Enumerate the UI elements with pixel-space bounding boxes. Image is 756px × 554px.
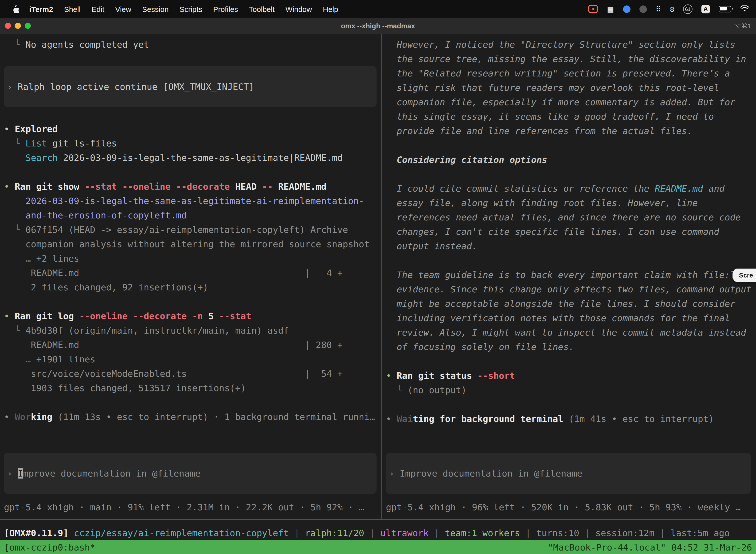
dots-grid-icon[interactable]: ⠿ (655, 5, 661, 13)
terminal-line: and-the-erosion-of-copyleft.md (4, 208, 381, 222)
left-model-statusline: gpt-5.4 xhigh · main · 91% left · 2.31M … (4, 500, 381, 514)
terminal-line: └ 4b9d30f (origin/main, instructkr/main,… (4, 323, 381, 338)
terminal-line: this single essay, it seems like a good … (386, 109, 756, 124)
terminal-line: companion analysis without altering the … (4, 237, 381, 251)
minimize-window-button[interactable] (15, 23, 21, 29)
menubar-icon-8[interactable]: 8 (670, 5, 674, 13)
left-scrollback-top: └ No agents completed yet (4, 37, 381, 66)
terminal-line: However, I noticed the "Directory Struct… (386, 37, 756, 52)
terminal-line: • Ran git show --stat --oneline --decora… (4, 179, 381, 193)
terminal-line: • Waiting for background terminal (1m 41… (386, 411, 756, 426)
terminal-line: 1903 files changed, 513517 insertions(+) (4, 381, 381, 395)
screen-recording-indicator-icon[interactable] (588, 5, 598, 13)
terminal-line: › Improve documentation in @filename (389, 466, 748, 481)
right-terminal-pane[interactable]: However, I noticed the "Directory Struct… (382, 34, 756, 519)
terminal-line: might be acceptable alongside the file l… (386, 296, 756, 311)
terminal-line: … +1901 lines (4, 352, 381, 366)
terminal-line: including verification notes with those … (386, 311, 756, 325)
terminal-line: changes, I can't cite specific file line… (386, 224, 756, 239)
terminal-line: … +2 lines (4, 251, 381, 266)
omx-session-statusline: [OMX#0.11.9] cczip/essay/ai-reimplementa… (0, 526, 756, 540)
terminal-line: The team guideline is to back every impo… (386, 268, 756, 282)
terminal-line: 2026-03-09-is-legal-the-same-as-legitima… (4, 193, 381, 208)
terminal-line (4, 165, 381, 179)
dark-app-icon[interactable] (639, 5, 647, 13)
terminal-line: companion file, especially if more comme… (386, 95, 756, 109)
terminal-line: › Ralph loop active continue [OMX_TMUX_I… (7, 79, 374, 94)
menubar-menus: ShellEditViewSessionScriptsProfilesToolb… (59, 5, 343, 13)
zoom-window-button[interactable] (25, 23, 31, 29)
terminal-line: the source tree, missing the essay. Stil… (386, 52, 756, 66)
terminal-line (4, 395, 381, 409)
terminal-area: └ No agents completed yet › Ralph loop a… (0, 34, 756, 519)
terminal-line: gpt-5.4 xhigh · main · 91% left · 2.31M … (4, 500, 381, 514)
menubar-item-shell[interactable]: Shell (59, 5, 86, 13)
terminal-line: └ (no output) (386, 383, 756, 397)
grid-icon[interactable]: ▦ (607, 5, 614, 13)
apple-menu-icon[interactable] (7, 5, 24, 13)
screen: iTerm2 ShellEditViewSessionScriptsProfil… (0, 0, 756, 554)
terminal-line: Search 2026-03-09-is-legal-the-same-as-l… (4, 151, 381, 165)
terminal-line: I could cite commit statistics or refere… (386, 181, 756, 196)
terminal-line: [OMX#0.11.9] cczip/essay/ai-reimplementa… (4, 526, 756, 540)
terminal-line: output instead. (386, 239, 756, 253)
terminal-line: › Improve documentation in @filename (7, 466, 374, 481)
menubar-item-toolbelt[interactable]: Toolbelt (244, 5, 280, 13)
window-hotkey-label: ⌥⌘1 (734, 22, 756, 30)
menubar-item-profiles[interactable]: Profiles (208, 5, 244, 13)
terminal-line: • Ran git status --short (386, 368, 756, 383)
blue-app-icon[interactable] (623, 5, 630, 13)
menubar-item-scripts[interactable]: Scripts (174, 5, 208, 13)
menubar-item-view[interactable]: View (110, 5, 137, 13)
terminal-line (4, 107, 381, 122)
menubar-item-session[interactable]: Session (137, 5, 174, 13)
terminal-line: 2 files changed, 92 insertions(+) (4, 280, 381, 294)
battery-percent-badge[interactable]: 61 (683, 4, 693, 14)
terminal-line: • Working (11m 13s • esc to interrupt) ·… (4, 409, 381, 424)
window-title: omx --xhigh --madmax (0, 22, 756, 30)
notification-sliver[interactable]: Scre (733, 269, 756, 282)
window-titlebar: omx --xhigh --madmax ⌥⌘1 (0, 18, 756, 34)
input-source-icon[interactable]: A (701, 5, 710, 13)
left-terminal-pane[interactable]: └ No agents completed yet › Ralph loop a… (0, 34, 381, 519)
menubar-item-window[interactable]: Window (280, 5, 317, 13)
right-transcript: However, I noticed the "Directory Struct… (386, 37, 756, 426)
right-composer-input[interactable]: › Improve documentation in @filename (386, 453, 751, 494)
terminal-line: src/voice/voiceModeEnabled.ts | 54 + (4, 366, 381, 381)
terminal-line: └ No agents completed yet (4, 37, 381, 52)
terminal-line: └ List git ls-files (4, 136, 381, 151)
horizontal-pane-divider (0, 519, 756, 520)
terminal-line: Considering citation options (386, 152, 756, 167)
terminal-line: README.md | 4 + (4, 266, 381, 280)
terminal-line (386, 354, 756, 368)
tmux-host-clock-label: "MacBook-Pro-44.local" 04:52 31-Mar-26 (548, 542, 752, 552)
terminal-line (386, 167, 756, 181)
terminal-line: evidence. Since this change only affects… (386, 282, 756, 296)
terminal-line: references need actual files, and since … (386, 210, 756, 224)
terminal-line: of focusing solely on file lines. (386, 340, 756, 354)
menubar-item-help[interactable]: Help (317, 5, 344, 13)
left-inject-box: › Ralph loop active continue [OMX_TMUX_I… (4, 66, 377, 107)
terminal-line (4, 294, 381, 309)
tmux-session-window-label: [omx-cczip0:bash* (4, 542, 95, 552)
menubar-app-name[interactable]: iTerm2 (24, 5, 59, 13)
terminal-line: provide file and line references from th… (386, 124, 756, 138)
terminal-line: review. Also, I might want to inspect th… (386, 325, 756, 340)
terminal-line (386, 138, 756, 152)
battery-icon[interactable] (719, 6, 731, 12)
terminal-line: └ 067f154 (HEAD -> essay/ai-reimplementa… (4, 222, 381, 237)
terminal-line (4, 52, 381, 66)
left-composer-input[interactable]: › Improve documentation in @filename (4, 453, 377, 494)
right-model-statusline: gpt-5.4 xhigh · 96% left · 520K in · 5.8… (386, 500, 756, 514)
terminal-line (386, 397, 756, 411)
terminal-line: README.md | 280 + (4, 338, 381, 352)
menubar-status-area: ▦ ⠿ 8 61 A (588, 4, 749, 14)
terminal-line: • Ran git log --oneline --decorate -n 5 … (4, 309, 381, 323)
terminal-line: gpt-5.4 xhigh · 96% left · 520K in · 5.8… (386, 500, 756, 514)
terminal-line: slight risk that future readers may over… (386, 80, 756, 95)
wifi-icon[interactable] (740, 5, 749, 13)
terminal-line: the "Related research writing" section i… (386, 66, 756, 80)
menubar-item-edit[interactable]: Edit (86, 5, 110, 13)
close-window-button[interactable] (5, 23, 11, 29)
terminal-line: • Explored (4, 122, 381, 136)
